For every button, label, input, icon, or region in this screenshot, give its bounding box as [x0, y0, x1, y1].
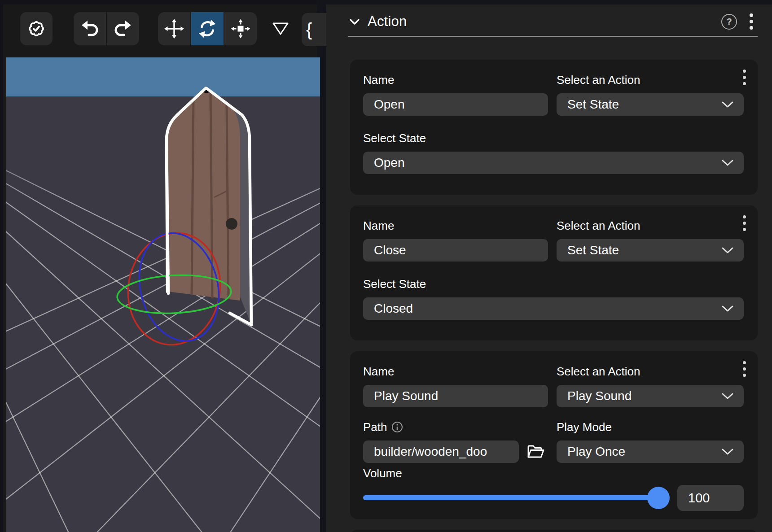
- state-select-dropdown[interactable]: Closed: [363, 297, 744, 320]
- next-action-card-partial: [350, 530, 758, 532]
- action-select-dropdown[interactable]: Play Sound: [557, 385, 744, 407]
- 3d-scene-canvas[interactable]: [6, 57, 320, 532]
- chevron-down-icon: [721, 392, 734, 400]
- info-icon[interactable]: [392, 422, 403, 432]
- action-panel: Action ? Name Open Select an Action Set …: [326, 4, 772, 532]
- action-card-close: Name Close Select an Action Set State Se…: [350, 205, 758, 340]
- state-select-dropdown[interactable]: Open: [363, 152, 744, 174]
- sound-path-input[interactable]: builder/wooden_doo: [363, 440, 519, 463]
- badge-check-icon: [26, 18, 47, 39]
- gizmo-space-dropdown[interactable]: [268, 12, 293, 45]
- rotate-tool-button[interactable]: [191, 12, 224, 45]
- name-input[interactable]: Close: [363, 239, 548, 262]
- chevron-down-icon: [721, 101, 734, 108]
- brace-icon: {: [306, 20, 312, 40]
- help-icon[interactable]: ?: [721, 14, 737, 30]
- triangle-down-icon: [272, 22, 290, 36]
- undo-redo-group: [74, 12, 139, 45]
- volume-slider-thumb[interactable]: [647, 487, 670, 509]
- undo-button[interactable]: [74, 12, 106, 45]
- wooden-door-object[interactable]: [167, 86, 251, 325]
- card-menu-kebab-icon[interactable]: [742, 69, 747, 86]
- name-input[interactable]: Open: [363, 93, 548, 116]
- chevron-down-icon: [721, 305, 734, 312]
- transform-tools-group: [158, 12, 257, 45]
- redo-icon: [112, 18, 134, 39]
- chevron-down-icon: [721, 159, 734, 166]
- 3d-viewport[interactable]: {: [0, 0, 317, 532]
- action-select-label: Select an Action: [557, 219, 744, 232]
- move-tool-button[interactable]: [158, 12, 190, 45]
- viewport-toolbar: {: [3, 4, 317, 53]
- sky: [6, 57, 320, 96]
- state-select-label: Select State: [363, 131, 744, 145]
- panel-menu-kebab-icon[interactable]: [748, 13, 755, 31]
- action-card-open: Name Open Select an Action Set State Sel…: [350, 60, 758, 195]
- state-select-label: Select State: [363, 277, 744, 291]
- volume-slider[interactable]: [363, 487, 658, 509]
- grid-fade: [6, 96, 320, 202]
- panel-header: Action ?: [326, 4, 772, 34]
- volume-label: Volume: [363, 467, 744, 480]
- move-icon: [163, 18, 185, 39]
- chevron-down-icon: [721, 448, 734, 455]
- path-label: Path: [363, 420, 548, 434]
- play-mode-label: Play Mode: [557, 420, 744, 434]
- card-menu-kebab-icon[interactable]: [742, 360, 747, 378]
- door-knob: [226, 218, 237, 230]
- redo-button[interactable]: [107, 12, 139, 45]
- chevron-down-icon: [721, 247, 734, 254]
- scale-icon: [230, 18, 251, 39]
- collapse-chevron-icon[interactable]: [349, 18, 360, 25]
- name-label: Name: [363, 73, 548, 87]
- volume-slider-track[interactable]: [363, 495, 658, 500]
- badge-check-button[interactable]: [20, 12, 53, 45]
- card-menu-kebab-icon[interactable]: [742, 214, 747, 232]
- action-select-label: Select an Action: [557, 365, 744, 378]
- door-left-edge-highlight: [167, 140, 167, 292]
- action-select-label: Select an Action: [557, 73, 744, 87]
- panel-title: Action: [368, 13, 407, 30]
- name-label: Name: [363, 365, 548, 378]
- volume-value-input[interactable]: 100: [677, 485, 744, 511]
- scale-tool-button[interactable]: [224, 12, 257, 45]
- undo-icon: [79, 18, 101, 39]
- play-mode-dropdown[interactable]: Play Once: [557, 440, 744, 463]
- rotate-icon: [197, 18, 218, 39]
- action-card-play-sound: Name Play Sound Select an Action Play So…: [350, 351, 758, 519]
- action-cards: Name Open Select an Action Set State Sel…: [326, 37, 772, 532]
- browse-folder-button[interactable]: [526, 443, 545, 460]
- name-label: Name: [363, 219, 548, 232]
- action-select-dropdown[interactable]: Set State: [557, 239, 744, 262]
- folder-open-icon: [526, 443, 545, 460]
- name-input[interactable]: Play Sound: [363, 385, 548, 407]
- action-select-dropdown[interactable]: Set State: [557, 93, 744, 116]
